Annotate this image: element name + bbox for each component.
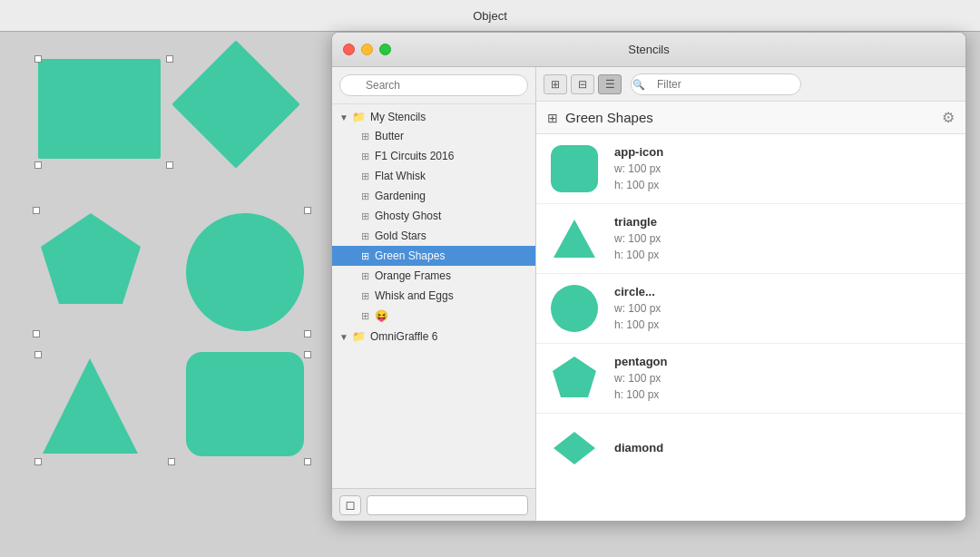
stencil-grid-icon: ⊞ xyxy=(361,191,369,202)
traffic-lights xyxy=(343,44,391,55)
search-bar: 🔍 xyxy=(332,67,535,104)
filter-wrapper: 🔍 xyxy=(625,73,958,95)
svg-marker-4 xyxy=(554,432,595,464)
omnigraffle-label: OmniGraffle 6 xyxy=(370,330,437,343)
my-stencils-label: My Stencils xyxy=(370,111,426,123)
sidebar-item-orangeframes[interactable]: ⊞ Orange Frames xyxy=(332,266,535,286)
sidebar-item-ghosty[interactable]: ⊞ Ghosty Ghost xyxy=(332,206,535,226)
dim-circle: w: 100 pxh: 100 px xyxy=(614,300,661,333)
window-title: Stencils xyxy=(628,43,670,56)
search-wrapper: 🔍 xyxy=(339,74,528,96)
maximize-button[interactable] xyxy=(379,44,391,55)
item-label-gardening: Gardening xyxy=(375,190,426,202)
info-diamond: diamond xyxy=(614,441,663,456)
close-button[interactable] xyxy=(343,44,355,55)
pentagon-thumb-svg xyxy=(550,354,599,403)
thumb-app-icon xyxy=(547,142,602,196)
stencil-grid-icon: ⊞ xyxy=(361,171,369,182)
sidebar-item-f1circuits[interactable]: ⊞ F1 Circuits 2016 xyxy=(332,146,535,166)
triangle-thumb-svg xyxy=(552,216,597,261)
info-app-icon: app-icon w: 100 pxh: 100 px xyxy=(614,145,663,193)
small-grid-icon: ⊟ xyxy=(578,78,587,91)
view-small-grid-button[interactable]: ⊟ xyxy=(571,74,594,94)
stencil-grid-icon: ⊞ xyxy=(361,270,369,282)
filter-input[interactable] xyxy=(631,73,801,95)
item-label-emoji: 😝 xyxy=(375,309,388,322)
chevron-icon: ▼ xyxy=(339,332,348,342)
name-pentagon: pentagon xyxy=(614,355,668,368)
canvas-shape-circle[interactable] xyxy=(186,213,304,331)
item-label-butter: Butter xyxy=(375,130,404,142)
name-triangle: triangle xyxy=(614,215,661,229)
canvas-shape-square1[interactable] xyxy=(38,59,161,159)
right-panel: ⊞ ⊟ ☰ 🔍 ⊞ Green Shapes ⚙ xyxy=(536,67,965,521)
item-label-greenshapes: Green Shapes xyxy=(375,249,445,262)
info-pentagon: pentagon w: 100 pxh: 100 px xyxy=(614,355,668,403)
view-large-grid-button[interactable]: ⊞ xyxy=(544,74,567,94)
list-item-circle[interactable]: circle... w: 100 pxh: 100 px xyxy=(536,274,965,344)
title-bar: Stencils xyxy=(332,33,965,67)
omnigraffle-header[interactable]: ▼ 📁 OmniGraffle 6 xyxy=(332,327,535,346)
item-label-flatwhisk: Flat Whisk xyxy=(375,170,426,182)
sidebar-item-flatwhisk[interactable]: ⊞ Flat Whisk xyxy=(332,166,535,186)
stencil-grid-icon: ⊞ xyxy=(361,290,369,302)
thumb-diamond xyxy=(547,421,602,475)
canvas-shape-rounded-square[interactable] xyxy=(186,352,304,456)
dim-pentagon: w: 100 pxh: 100 px xyxy=(614,370,668,403)
search-input[interactable] xyxy=(339,74,528,96)
list-item-diamond[interactable]: diamond xyxy=(536,414,965,483)
stencil-grid-icon: ⊞ xyxy=(361,131,369,142)
gear-button[interactable]: ⚙ xyxy=(942,109,955,126)
name-app-icon: app-icon xyxy=(614,145,663,159)
item-label-ghosty: Ghosty Ghost xyxy=(375,210,441,222)
list-icon: ☰ xyxy=(605,78,615,91)
item-label-orangeframes: Orange Frames xyxy=(375,269,451,282)
stencil-grid-icon: ⊞ xyxy=(361,210,369,222)
canvas-shape-triangle[interactable] xyxy=(38,354,142,458)
sidebar-item-gardening[interactable]: ⊞ Gardening xyxy=(332,186,535,206)
main-panel: Stencils 🔍 ▼ 📁 My Stencils xyxy=(331,32,966,522)
stencil-items-list: app-icon w: 100 pxh: 100 px triangle w: … xyxy=(536,134,965,521)
sidebar-item-butter[interactable]: ⊞ Butter xyxy=(332,126,535,146)
canvas-shape-diamond[interactable] xyxy=(172,40,299,168)
chevron-icon: ▼ xyxy=(339,112,348,122)
add-stencil-button[interactable]: □ xyxy=(339,495,361,515)
stencil-group-header: ⊞ Green Shapes ⚙ xyxy=(536,102,965,134)
sidebar-item-whiskeggs[interactable]: ⊞ Whisk and Eggs xyxy=(332,286,535,306)
top-bar: Object xyxy=(0,0,980,32)
my-stencils-header[interactable]: ▼ 📁 My Stencils xyxy=(332,108,535,126)
panel-body: 🔍 ▼ 📁 My Stencils ⊞ Butter xyxy=(332,67,965,521)
svg-marker-3 xyxy=(553,357,596,397)
view-list-button[interactable]: ☰ xyxy=(598,74,622,94)
info-triangle: triangle w: 100 pxh: 100 px xyxy=(614,215,661,263)
minimize-button[interactable] xyxy=(361,44,373,55)
dim-app-icon: w: 100 pxh: 100 px xyxy=(614,161,663,193)
right-toolbar: ⊞ ⊟ ☰ 🔍 xyxy=(536,67,965,102)
large-grid-icon: ⊞ xyxy=(551,78,560,91)
stencil-grid-icon: ⊞ xyxy=(361,230,369,242)
dim-triangle: w: 100 pxh: 100 px xyxy=(614,230,661,263)
item-label-f1circuits: F1 Circuits 2016 xyxy=(375,150,454,162)
folder-icon: 📁 xyxy=(352,330,366,343)
list-item-pentagon[interactable]: pentagon w: 100 pxh: 100 px xyxy=(536,344,965,414)
svg-marker-1 xyxy=(43,358,138,454)
filter-search-icon: 🔍 xyxy=(632,78,645,90)
stencil-grid-icon: ⊞ xyxy=(361,310,369,322)
sidebar-bottom: □ xyxy=(332,488,535,521)
sidebar-item-goldstars[interactable]: ⊞ Gold Stars xyxy=(332,226,535,246)
diamond-thumb-svg xyxy=(552,430,597,466)
folder-icon: 📁 xyxy=(352,111,366,123)
omnigraffle-section: ▼ 📁 OmniGraffle 6 xyxy=(332,327,535,346)
sidebar-item-emoji[interactable]: ⊞ 😝 xyxy=(332,306,535,326)
add-icon: □ xyxy=(347,498,354,513)
top-bar-label: Object xyxy=(473,9,507,23)
svg-marker-0 xyxy=(41,213,141,304)
svg-marker-2 xyxy=(554,220,595,258)
sidebar-item-greenshapes[interactable]: ⊞ Green Shapes xyxy=(332,246,535,266)
stencil-group-title: Green Shapes xyxy=(565,110,942,125)
stencil-name-input[interactable] xyxy=(367,495,528,515)
stencil-grid-icon: ⊞ xyxy=(361,151,369,162)
list-item-app-icon[interactable]: app-icon w: 100 pxh: 100 px xyxy=(536,134,965,204)
canvas-shape-pentagon[interactable] xyxy=(36,209,145,313)
list-item-triangle[interactable]: triangle w: 100 pxh: 100 px xyxy=(536,204,965,274)
